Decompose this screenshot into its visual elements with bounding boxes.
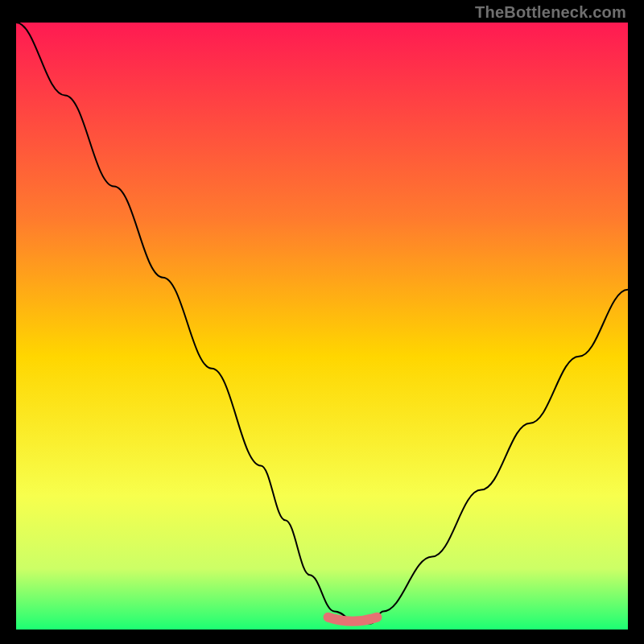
optimal-range-marker xyxy=(328,617,378,621)
gradient-background xyxy=(16,23,628,630)
attribution-text: TheBottleneck.com xyxy=(475,3,626,22)
bottleneck-chart xyxy=(16,23,628,630)
chart-frame xyxy=(16,23,628,630)
